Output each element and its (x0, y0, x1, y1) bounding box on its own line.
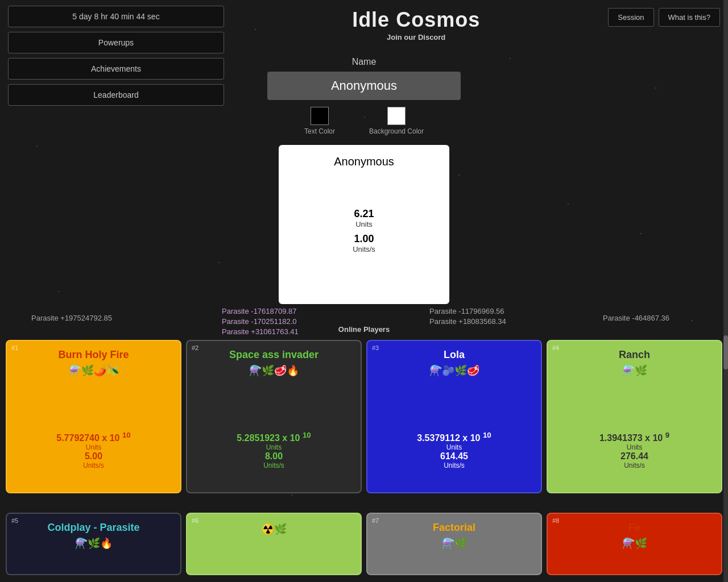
player-card-3: #3 Lola ⚗️🫐🌿🥩 3.5379112 x 10 10 Units 61… (366, 340, 542, 493)
session-button[interactable]: Session (608, 8, 653, 27)
leaderboard-button[interactable]: Leaderboard (8, 84, 224, 106)
right-panel: Session What is this? (608, 6, 720, 27)
bg-color-swatch[interactable] (387, 107, 406, 125)
bottom-card-2: #6 ☢️🌿 (186, 513, 362, 575)
player-card-4: #4 Ranch ⚗️🌿 1.3941373 x 10 9 Units 276.… (547, 340, 722, 493)
card-rank-1: #1 (11, 344, 18, 351)
card-name-4: Ranch (555, 349, 714, 361)
left-panel: 5 day 8 hr 40 min 44 sec Powerups Achiev… (8, 6, 224, 106)
bottom-card-icons-3: ⚗️🌿 (374, 537, 534, 550)
bottom-row: #5 Coldplay - Parasite ⚗️🌿🔥 #6 ☢️🌿 #7 Fa… (6, 513, 722, 575)
player-card-2: #2 Space ass invader ⚗️🌿🥩🔥 5.2851923 x 1… (186, 340, 362, 493)
bottom-card-name-3: Factorial (374, 522, 534, 534)
parasite-1: Parasite +197524792.85 (31, 314, 112, 322)
card-rank-3: #3 (372, 344, 379, 351)
bottom-card-4: #8 Fe ⚗️🌿 (547, 513, 722, 575)
parasite-4: Parasite +31061763.41 (222, 327, 299, 335)
card-stats-3: 3.5379112 x 10 10 Units 614.45 Units/s (374, 431, 534, 469)
card-name-2: Space ass invader (194, 349, 354, 361)
bottom-card-name-1: Coldplay - Parasite (14, 522, 173, 534)
bottom-card-icons-4: ⚗️🌿 (555, 537, 714, 550)
cards-grid: #1 Burn Holy Fire ⚗️🌿🌶️🫒 5.7792740 x 10 … (6, 340, 722, 493)
center-panel: Idle Cosmos Join our Discord (224, 6, 608, 41)
what-is-this-button[interactable]: What is this? (659, 8, 720, 27)
name-section: Name Text Color Background Color (267, 57, 461, 135)
color-pickers: Text Color Background Color (304, 107, 424, 135)
achievements-button[interactable]: Achievements (8, 58, 224, 80)
card-stats-1: 5.7792740 x 10 10 Units 5.00 Units/s (14, 431, 173, 469)
bottom-card-rank-1: #5 (11, 517, 18, 524)
player-card-1: #1 Burn Holy Fire ⚗️🌿🌶️🫒 5.7792740 x 10 … (6, 340, 181, 493)
bg-color-label: Background Color (369, 127, 424, 135)
parasite-6: Parasite +18083568.34 (429, 317, 506, 326)
scrollbar-thumb[interactable] (723, 335, 728, 369)
discord-link[interactable]: Join our Discord (387, 33, 445, 41)
bottom-card-rank-3: #7 (372, 517, 379, 524)
card-icons-3: ⚗️🫐🌿🥩 (374, 364, 534, 377)
preview-card: Anonymous 6.21 Units 1.00 Units/s (279, 145, 449, 304)
preview-name: Anonymous (334, 155, 394, 168)
preview-rate-label: Units/s (353, 245, 375, 253)
online-players-label: Online Players (338, 325, 390, 334)
bottom-card-rank-2: #6 (192, 517, 198, 524)
timer-button[interactable]: 5 day 8 hr 40 min 44 sec (8, 6, 224, 27)
card-stats-2: 5.2851923 x 10 10 Units 8.00 Units/s (194, 431, 354, 469)
preview-units-value: 6.21 (353, 208, 375, 220)
app-title: Idle Cosmos (352, 8, 480, 32)
card-rank-2: #2 (192, 344, 198, 351)
card-name-3: Lola (374, 349, 534, 361)
text-color-group: Text Color (304, 107, 335, 135)
parasite-2: Parasite -17618709.87 (222, 307, 297, 315)
bottom-card-icons-1: ⚗️🌿🔥 (14, 537, 173, 550)
name-label: Name (352, 57, 377, 67)
card-icons-2: ⚗️🌿🥩🔥 (194, 364, 354, 377)
bottom-card-rank-4: #8 (552, 517, 559, 524)
text-color-label: Text Color (304, 127, 335, 135)
parasite-7: Parasite -464867.36 (603, 314, 669, 322)
bottom-card-name-4: Fe (555, 522, 714, 534)
text-color-swatch[interactable] (311, 107, 329, 125)
bottom-card-1: #5 Coldplay - Parasite ⚗️🌿🔥 (6, 513, 181, 575)
card-rank-4: #4 (552, 344, 559, 351)
powerups-button[interactable]: Powerups (8, 32, 224, 53)
parasite-3: Parasite -170251182.0 (222, 317, 297, 326)
bottom-card-3: #7 Factorial ⚗️🌿 (366, 513, 542, 575)
card-name-1: Burn Holy Fire (14, 349, 173, 361)
bottom-card-icons-2: ☢️🌿 (194, 523, 354, 535)
card-icons-4: ⚗️🌿 (555, 364, 714, 377)
bg-color-group: Background Color (369, 107, 424, 135)
preview-stats: 6.21 Units 1.00 Units/s (353, 208, 375, 258)
preview-rate-value: 1.00 (353, 233, 375, 245)
card-stats-4: 1.3941373 x 10 9 Units 276.44 Units/s (555, 431, 714, 469)
preview-units-label: Units (353, 220, 375, 228)
card-icons-1: ⚗️🌿🌶️🫒 (14, 364, 173, 377)
scrollbar-track (723, 0, 728, 582)
parasite-5: Parasite -11796969.56 (429, 307, 504, 315)
name-input[interactable] (267, 72, 461, 100)
